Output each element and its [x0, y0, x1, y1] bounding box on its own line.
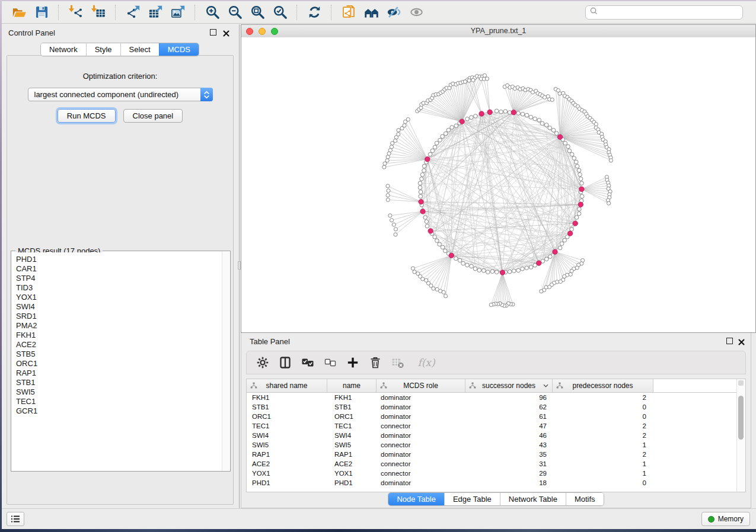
cell-MCDS-role[interactable]: connector: [377, 421, 465, 431]
result-node-item[interactable]: TID3: [16, 283, 222, 293]
cell-predecessor-nodes[interactable]: 2: [553, 393, 653, 402]
criterion-select[interactable]: largest connected component (undirected): [28, 88, 213, 101]
cell-name[interactable]: STB1: [327, 402, 377, 412]
export-image-button[interactable]: [168, 3, 187, 22]
cell-shared-name[interactable]: PHD1: [247, 478, 327, 488]
result-node-item[interactable]: GCR1: [16, 406, 222, 416]
cell-successor-nodes[interactable]: 18: [465, 478, 553, 488]
result-node-item[interactable]: FKH1: [16, 331, 222, 340]
deselect-all-rows-button[interactable]: [321, 354, 339, 371]
network-window-titlebar[interactable]: YPA_prune.txt_1: [241, 25, 755, 38]
table-row[interactable]: STB1STB1dominator620: [247, 402, 737, 412]
table-tab-network-table[interactable]: Network Table: [500, 493, 566, 505]
save-session-button[interactable]: [32, 3, 51, 22]
cell-predecessor-nodes[interactable]: 0: [553, 402, 653, 412]
result-node-item[interactable]: STP4: [16, 274, 222, 283]
result-list-scrollbar[interactable]: [222, 252, 229, 470]
float-panel-icon[interactable]: [210, 29, 216, 36]
apply-layout-button[interactable]: [305, 3, 324, 22]
cell-name[interactable]: ACE2: [327, 459, 377, 469]
cell-MCDS-role[interactable]: connector: [377, 459, 465, 469]
close-panel-button[interactable]: Close panel: [123, 109, 183, 123]
add-column-button[interactable]: [344, 354, 362, 371]
cell-predecessor-nodes[interactable]: 2: [553, 431, 653, 440]
column-header-MCDS-role[interactable]: MCDS role: [377, 379, 465, 392]
table-row[interactable]: FKH1FKH1dominator962: [247, 393, 737, 402]
table-tab-motifs[interactable]: Motifs: [566, 493, 604, 505]
cell-predecessor-nodes[interactable]: 1: [553, 459, 653, 469]
result-node-item[interactable]: RAP1: [16, 368, 222, 378]
cell-name[interactable]: PHD1: [327, 478, 377, 488]
cell-shared-name[interactable]: SWI5: [247, 440, 327, 450]
table-row[interactable]: YOX1YOX1connector291: [247, 469, 737, 478]
result-node-item[interactable]: STB1: [16, 378, 222, 387]
task-history-button[interactable]: [7, 512, 24, 526]
show-all-button[interactable]: [407, 3, 426, 22]
cell-name[interactable]: TEC1: [327, 421, 377, 431]
export-network-button[interactable]: [123, 3, 142, 22]
delete-column-button[interactable]: [366, 354, 384, 371]
cell-shared-name[interactable]: RAP1: [247, 450, 327, 459]
result-node-item[interactable]: CAR1: [16, 264, 222, 274]
cell-successor-nodes[interactable]: 61: [465, 412, 553, 421]
result-node-item[interactable]: ORC1: [16, 359, 222, 368]
run-mcds-button[interactable]: Run MCDS: [58, 109, 116, 123]
result-node-item[interactable]: PMA2: [16, 321, 222, 331]
table-row[interactable]: ACE2ACE2connector311: [247, 459, 737, 469]
cell-successor-nodes[interactable]: 96: [465, 393, 553, 402]
select-all-rows-button[interactable]: [299, 354, 317, 371]
column-header-successor-nodes[interactable]: successor nodes: [465, 379, 553, 392]
column-header-name[interactable]: name: [327, 379, 377, 392]
result-node-item[interactable]: TEC1: [16, 397, 222, 406]
zoom-selected-button[interactable]: [270, 3, 289, 22]
table-row[interactable]: TEC1TEC1connector472: [247, 421, 737, 431]
cell-predecessor-nodes[interactable]: 0: [553, 478, 653, 488]
cell-name[interactable]: RAP1: [327, 450, 377, 459]
cell-MCDS-role[interactable]: connector: [377, 440, 465, 450]
cell-successor-nodes[interactable]: 43: [465, 440, 553, 450]
table-scrollbar[interactable]: [736, 379, 745, 492]
result-node-item[interactable]: ACE2: [16, 340, 222, 350]
network-canvas[interactable]: [241, 37, 755, 332]
table-row[interactable]: RAP1RAP1dominator352: [247, 450, 737, 459]
cell-successor-nodes[interactable]: 46: [465, 431, 553, 440]
memory-button[interactable]: Memory: [701, 512, 750, 526]
cell-predecessor-nodes[interactable]: 0: [553, 412, 653, 421]
float-table-panel-icon[interactable]: [726, 338, 733, 344]
table-tab-node-table[interactable]: Node Table: [388, 493, 444, 505]
cell-MCDS-role[interactable]: dominator: [377, 431, 465, 440]
cell-MCDS-role[interactable]: dominator: [377, 402, 465, 412]
cell-name[interactable]: YOX1: [327, 469, 377, 478]
cell-MCDS-role[interactable]: connector: [377, 469, 465, 478]
cell-successor-nodes[interactable]: 47: [465, 421, 553, 431]
result-node-item[interactable]: SWI5: [16, 387, 222, 397]
show-columns-button[interactable]: [276, 354, 294, 371]
close-panel-icon[interactable]: [223, 28, 229, 39]
column-settings-button[interactable]: [254, 354, 272, 371]
cell-shared-name[interactable]: STB1: [247, 402, 327, 412]
cell-predecessor-nodes[interactable]: 2: [553, 450, 653, 459]
cell-shared-name[interactable]: FKH1: [247, 393, 327, 402]
scrollbar-thumb[interactable]: [738, 396, 744, 440]
cell-successor-nodes[interactable]: 35: [465, 450, 553, 459]
cell-shared-name[interactable]: YOX1: [247, 469, 327, 478]
hide-selected-button[interactable]: [384, 3, 403, 22]
network-from-selection-button[interactable]: [339, 3, 358, 22]
cell-successor-nodes[interactable]: 29: [465, 469, 553, 478]
cell-predecessor-nodes[interactable]: 2: [553, 421, 653, 431]
table-row[interactable]: PHD1PHD1dominator180: [247, 478, 737, 488]
cell-name[interactable]: ORC1: [327, 412, 377, 421]
cell-name[interactable]: FKH1: [327, 393, 377, 402]
cell-shared-name[interactable]: SWI4: [247, 431, 327, 440]
cell-MCDS-role[interactable]: dominator: [377, 450, 465, 459]
table-tab-edge-table[interactable]: Edge Table: [444, 493, 500, 505]
table-row[interactable]: SWI4SWI4dominator462: [247, 431, 737, 440]
close-table-panel-icon[interactable]: [738, 337, 745, 348]
table-row[interactable]: ORC1ORC1dominator610: [247, 412, 737, 421]
tab-select[interactable]: Select: [120, 43, 159, 56]
tab-style[interactable]: Style: [86, 43, 120, 56]
cell-shared-name[interactable]: ACE2: [247, 459, 327, 469]
column-header-shared-name[interactable]: shared name: [247, 379, 327, 392]
cell-shared-name[interactable]: ORC1: [247, 412, 327, 421]
zoom-out-button[interactable]: [225, 3, 244, 22]
